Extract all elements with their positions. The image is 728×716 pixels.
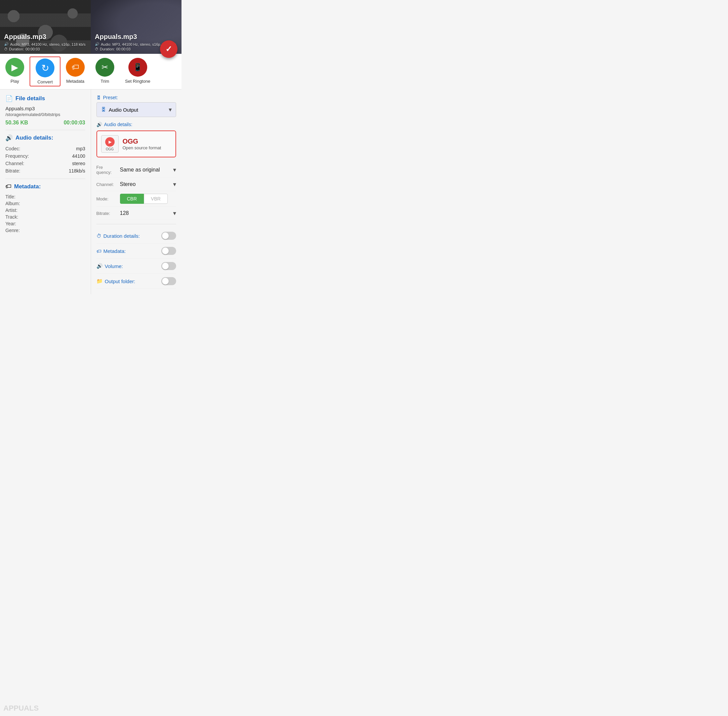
trim-icon-circle: ✂	[95, 58, 114, 77]
mode-buttons: CBR VBR	[120, 194, 168, 204]
duration-label-text: Duration details:	[103, 233, 140, 239]
bitrate-dropdown-arrow: ▾	[173, 209, 176, 217]
artist-row: Artist:	[5, 207, 85, 214]
title-row: Title:	[5, 193, 85, 200]
volume-icon: 🔊	[97, 263, 103, 269]
cbr-button[interactable]: CBR	[120, 194, 144, 204]
album-row: Album:	[5, 200, 85, 207]
header-left: Appuals.mp3 🔊 Audio: MP3, 44100 Hz, ster…	[0, 0, 91, 54]
right-panel: 🎛 Preset: 🎛 Audio Output ▾ 🔊 Audio detai…	[91, 90, 182, 294]
channel-dropdown-arrow: ▾	[173, 181, 176, 188]
header-left-info: Appuals.mp3 🔊 Audio: MP3, 44100 Hz, ster…	[4, 33, 85, 51]
codec-value: mp3	[76, 146, 85, 151]
channel-control[interactable]: Stereo ▾	[120, 181, 176, 188]
channel-row: Channel: stereo	[5, 160, 85, 167]
toolbar-ringtone[interactable]: 📱 Set Ringtone	[120, 56, 156, 86]
bitrate-control[interactable]: 128 ▾	[120, 209, 176, 217]
toolbar-metadata[interactable]: 🏷 Metadata	[61, 56, 90, 86]
header-banner: Appuals.mp3 🔊 Audio: MP3, 44100 Hz, ster…	[0, 0, 182, 54]
preset-dropdown-inner: 🎛 Audio Output	[101, 106, 138, 113]
preset-text: Preset:	[103, 95, 118, 100]
track-row: Track:	[5, 214, 85, 220]
metadata-toggle[interactable]	[161, 247, 176, 255]
file-size: 50.36 KB	[5, 120, 28, 126]
mode-setting-label: Mode:	[97, 196, 120, 202]
left-audio-info: Audio: MP3, 44100 Hz, stereo, s16p, 118 …	[10, 42, 85, 46]
duration-toggle-row: ⏱ Duration details:	[97, 228, 176, 243]
play-icon-circle: ▶	[5, 58, 24, 77]
toolbar-convert[interactable]: ↻ Convert	[30, 56, 61, 86]
preset-dropdown[interactable]: 🎛 Audio Output ▾	[97, 102, 176, 117]
frequency-label: Frequency:	[5, 153, 29, 159]
play-label: Play	[11, 79, 19, 84]
frequency-setting: Fre­quency: Same as original ▾	[97, 162, 176, 178]
metadata-toggle-row: 🏷 Metadata:	[97, 243, 176, 259]
frequency-row: Frequency: 44100	[5, 152, 85, 160]
volume-toggle-label: 🔊 Volume:	[97, 263, 123, 269]
channel-setting-value: Stereo	[120, 181, 136, 187]
file-stats: 50.36 KB 00:00:03	[5, 120, 85, 126]
file-icon: 📄	[5, 95, 13, 102]
ogg-label-small: OGG	[106, 147, 114, 151]
bitrate-setting-value: 128	[120, 210, 129, 216]
channel-setting-label: Channel:	[97, 182, 120, 187]
codec-row: Codec: mp3	[5, 145, 85, 152]
output-toggle-label: 📁 Output folder:	[97, 278, 135, 284]
format-ogg-icon: OGG	[101, 135, 119, 153]
convert-label: Convert	[37, 79, 53, 84]
ringtone-label: Set Ringtone	[125, 79, 150, 84]
right-audio-icon: 🔊	[95, 42, 100, 46]
metadata-label: Metadata	[66, 79, 84, 84]
right-file-title: Appuals.mp3	[95, 33, 176, 41]
file-name: Appuals.mp3	[5, 106, 85, 111]
frequency-setting-label: Fre­quency:	[97, 165, 120, 175]
ringtone-icon-circle: 📱	[129, 58, 147, 77]
trim-label: Trim	[100, 79, 109, 84]
mode-setting: Mode: CBR VBR	[97, 191, 176, 207]
channel-setting: Channel: Stereo ▾	[97, 178, 176, 191]
right-divider-1	[97, 224, 176, 225]
bitrate-setting-label: Bitrate:	[97, 211, 120, 216]
left-file-title: Appuals.mp3	[4, 33, 85, 41]
genre-row: Genre:	[5, 227, 85, 234]
right-audio-details-label: 🔊 Audio details:	[97, 122, 176, 127]
metadata-toggle-label: 🏷 Metadata:	[97, 248, 126, 254]
volume-toggle[interactable]	[161, 262, 176, 270]
output-label-text: Output folder:	[105, 278, 135, 284]
preset-label: 🎛 Preset:	[97, 95, 176, 100]
frequency-control[interactable]: Same as original ▾	[120, 166, 176, 173]
toolbar-trim[interactable]: ✂ Trim	[90, 56, 120, 86]
duration-toggle[interactable]	[161, 232, 176, 240]
audio-details-table: Codec: mp3 Frequency: 44100 Channel: ste…	[5, 145, 85, 174]
toolbar: ▶ Play ↻ Convert 🏷 Metadata ✂ Trim 📱 Set…	[0, 54, 182, 90]
format-text: OGG Open source format	[123, 138, 161, 150]
duration-icon: ⏱	[97, 233, 101, 239]
volume-label-text: Volume:	[105, 263, 123, 269]
right-audio-icon: 🔊	[97, 122, 102, 127]
metadata-section-header: 🏷 Metadata:	[5, 183, 85, 190]
output-toggle[interactable]	[161, 277, 176, 285]
format-selector[interactable]: OGG OGG Open source format	[97, 130, 176, 158]
confirm-fab-button[interactable]: ✓	[160, 40, 177, 58]
checkmark-icon: ✓	[165, 44, 172, 54]
divider-1	[5, 130, 85, 130]
metadata-icon-circle: 🏷	[66, 58, 85, 77]
header-wrapper: Appuals.mp3 🔊 Audio: MP3, 44100 Hz, ster…	[0, 0, 182, 54]
year-row: Year:	[5, 220, 85, 227]
duration-toggle-label: ⏱ Duration details:	[97, 233, 140, 239]
format-name: OGG	[123, 138, 161, 145]
left-duration: ⏱ Duration: 00:00:03	[4, 47, 85, 51]
audio-icon: 🔊	[5, 134, 13, 142]
right-audio-details-text: Audio details:	[104, 122, 132, 127]
metadata-section-icon2: 🏷	[97, 248, 101, 254]
preset-dropdown-icon: 🎛	[101, 106, 106, 113]
ogg-play-icon	[105, 137, 115, 147]
preset-icon: 🎛	[97, 95, 101, 100]
toolbar-play[interactable]: ▶ Play	[0, 56, 30, 86]
output-icon: 📁	[97, 278, 103, 284]
codec-label: Codec:	[5, 146, 20, 151]
file-path: /storage/emulated/0/bitstrips	[5, 112, 85, 117]
preset-dropdown-value: Audio Output	[109, 107, 138, 113]
left-duration-label: Duration:	[9, 47, 24, 51]
vbr-button[interactable]: VBR	[144, 194, 168, 204]
